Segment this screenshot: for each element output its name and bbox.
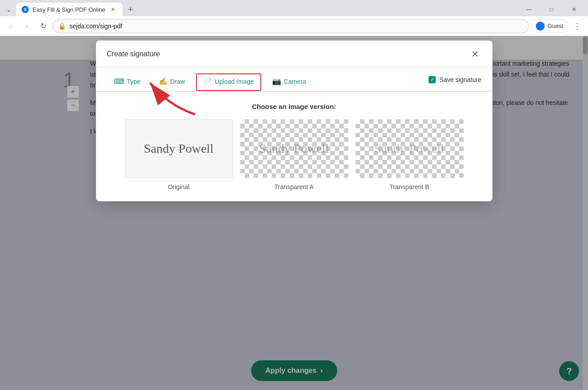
transparent-a-signature: Sandy Powell [259, 141, 329, 156]
close-icon: ✕ [572, 6, 576, 13]
window-controls: — □ ✕ [519, 3, 584, 16]
save-signature-area: ✓ Save signature [428, 76, 481, 83]
modal-close-button[interactable]: ✕ [469, 48, 482, 60]
save-signature-label: Save signature [439, 76, 481, 83]
profile-button[interactable]: 👤 Guest [531, 19, 568, 33]
back-button[interactable]: ‹ [4, 19, 18, 33]
transparent-b-label: Transparent B [389, 183, 429, 190]
tab-close-icon: ✕ [111, 6, 115, 13]
lock-icon: 🔒 [58, 23, 66, 30]
tab-camera[interactable]: 📷 Camera [265, 73, 314, 91]
tab-upload-label: Upload Image [215, 78, 254, 85]
browser-menu-button[interactable]: ⋮ [570, 19, 584, 33]
page-content: Fill & sign PDF BETA 1 + − With more tha… [0, 36, 588, 390]
create-signature-modal: Create signature ✕ ⌨ Type ✍ Draw 📄 Uploa… [96, 41, 492, 201]
tab-close-button[interactable]: ✕ [109, 5, 117, 14]
tab-camera-label: Camera [284, 78, 306, 85]
forward-button[interactable]: › [20, 19, 34, 33]
tab-upload-image[interactable]: 📄 Upload Image [196, 73, 261, 91]
original-preview: Sandy Powell [125, 119, 233, 178]
modal-body: Choose an image version: Sandy Powell Or… [96, 92, 492, 201]
red-arrow-indicator [141, 78, 200, 121]
original-signature: Sandy Powell [144, 141, 214, 156]
close-window-button[interactable]: ✕ [564, 3, 584, 16]
reload-button[interactable]: ↻ [36, 19, 50, 33]
title-bar: ⌄ S Easy Fill & Sign PDF Online ✕ + — □ … [0, 0, 588, 16]
modal-overlay: Create signature ✕ ⌨ Type ✍ Draw 📄 Uploa… [0, 36, 588, 390]
modal-title: Create signature [107, 50, 160, 58]
save-signature-checkbox[interactable]: ✓ [428, 76, 436, 83]
maximize-button[interactable]: □ [541, 3, 562, 16]
image-versions-container: Sandy Powell Original Sandy Powell Trans… [107, 119, 482, 190]
modal-close-icon: ✕ [471, 49, 479, 59]
transparent-b-signature: Sandy Powell [374, 141, 444, 156]
navigation-bar: ‹ › ↻ 🔒 sejda.com/sign-pdf 👤 Guest ⋮ [0, 16, 588, 36]
tab-favicon: S [22, 6, 29, 13]
original-label: Original [168, 183, 189, 190]
browser-chrome: ⌄ S Easy Fill & Sign PDF Online ✕ + — □ … [0, 0, 588, 36]
camera-icon: 📷 [272, 77, 281, 86]
modal-header: Create signature ✕ [96, 41, 492, 68]
image-version-transparent-b[interactable]: Sandy Powell Transparent B [356, 119, 464, 190]
transparent-a-preview: Sandy Powell [240, 119, 348, 178]
active-tab[interactable]: S Easy Fill & Sign PDF Online ✕ [16, 3, 123, 16]
minimize-icon: — [526, 6, 532, 13]
tab-list-button[interactable]: ⌄ [4, 4, 14, 15]
keyboard-icon: ⌨ [114, 77, 124, 86]
upload-icon: 📄 [203, 77, 212, 86]
minimize-button[interactable]: — [519, 3, 539, 16]
maximize-icon: □ [550, 6, 553, 13]
url-display: sejda.com/sign-pdf [69, 23, 523, 30]
transparent-b-preview: Sandy Powell [356, 119, 464, 178]
tab-type-label: Type [127, 78, 141, 85]
tab-title: Easy Fill & Sign PDF Online [32, 6, 105, 13]
new-tab-button[interactable]: + [124, 3, 137, 16]
image-version-transparent-a[interactable]: Sandy Powell Transparent A [240, 119, 348, 190]
address-bar[interactable]: 🔒 sejda.com/sign-pdf [52, 19, 529, 33]
transparent-a-label: Transparent A [274, 183, 314, 190]
profile-icon: 👤 [536, 22, 545, 31]
profile-label: Guest [547, 23, 563, 29]
image-version-original[interactable]: Sandy Powell Original [125, 119, 233, 190]
